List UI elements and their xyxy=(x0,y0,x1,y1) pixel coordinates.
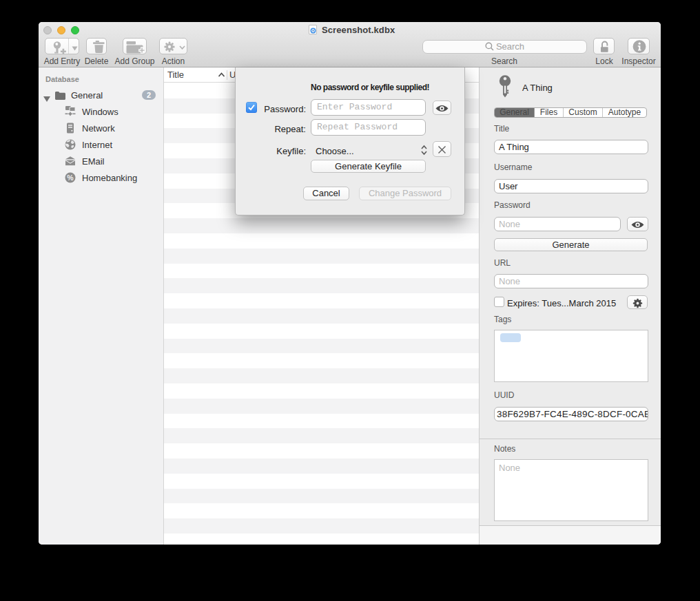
svg-text:%: % xyxy=(67,173,74,181)
